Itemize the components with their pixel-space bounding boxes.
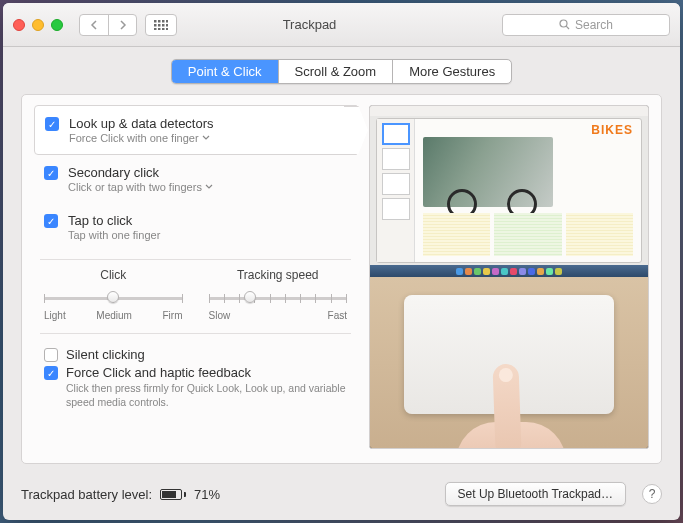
chevron-down-icon xyxy=(202,135,210,141)
setup-bluetooth-button[interactable]: Set Up Bluetooth Trackpad… xyxy=(445,482,626,506)
window-controls xyxy=(13,19,63,31)
option-title: Tap to click xyxy=(68,213,160,228)
tab-point-click[interactable]: Point & Click xyxy=(172,60,278,83)
battery-label: Trackpad battery level: xyxy=(21,487,152,502)
checkbox-force-click[interactable]: ✓ xyxy=(44,366,58,380)
close-button[interactable] xyxy=(13,19,25,31)
gesture-preview: BIKES xyxy=(369,105,649,449)
option-subtitle: Tap with one finger xyxy=(68,229,160,241)
minimize-button[interactable] xyxy=(32,19,44,31)
option-force-click[interactable]: ✓ Force Click and haptic feedback Click … xyxy=(44,365,347,409)
click-slider: Click Light Medium Firm xyxy=(44,268,183,321)
slider-label: Tracking speed xyxy=(209,268,348,282)
slider-label: Click xyxy=(44,268,183,282)
tracking-slider: Tracking speed Slow Fast xyxy=(209,268,348,321)
tracking-slider-knob[interactable] xyxy=(244,291,256,303)
option-title: Look up & data detectors xyxy=(69,116,214,131)
prefs-window: Trackpad Search Point & Click Scroll & Z… xyxy=(3,3,680,520)
segmented-tabs: Point & Click Scroll & Zoom More Gesture… xyxy=(171,59,512,84)
option-label: Silent clicking xyxy=(66,347,145,362)
preview-trackpad xyxy=(370,277,648,448)
checkbox-look-up[interactable]: ✓ xyxy=(45,117,59,131)
option-secondary-click[interactable]: ✓ Secondary click Click or tap with two … xyxy=(34,155,357,203)
divider xyxy=(40,259,351,260)
chevron-down-icon xyxy=(205,184,213,190)
option-tap-to-click[interactable]: ✓ Tap to click Tap with one finger xyxy=(34,203,357,251)
search-icon xyxy=(559,19,570,30)
tab-more-gestures[interactable]: More Gestures xyxy=(392,60,511,83)
tab-scroll-zoom[interactable]: Scroll & Zoom xyxy=(278,60,393,83)
search-placeholder: Search xyxy=(575,18,613,32)
tracking-slider-track[interactable] xyxy=(209,288,348,308)
option-title: Secondary click xyxy=(68,165,213,180)
search-input[interactable]: Search xyxy=(502,14,670,36)
option-note: Click then press firmly for Quick Look, … xyxy=(66,382,347,409)
divider xyxy=(40,333,351,334)
svg-line-13 xyxy=(566,26,569,29)
sliders-row: Click Light Medium Firm Tracking speed xyxy=(34,266,357,325)
svg-point-12 xyxy=(560,20,567,27)
battery-icon xyxy=(160,489,186,500)
tabs-row: Point & Click Scroll & Zoom More Gesture… xyxy=(3,47,680,94)
checkbox-secondary-click[interactable]: ✓ xyxy=(44,166,58,180)
option-label: Force Click and haptic feedback xyxy=(66,365,347,380)
footer: Trackpad battery level: 71% Set Up Bluet… xyxy=(3,474,680,520)
window-title: Trackpad xyxy=(125,17,494,32)
help-button[interactable]: ? xyxy=(642,484,662,504)
option-look-up[interactable]: ✓ Look up & data detectors Force Click w… xyxy=(34,105,357,155)
battery-percent: 71% xyxy=(194,487,220,502)
preview-screen: BIKES xyxy=(370,106,648,277)
titlebar: Trackpad Search xyxy=(3,3,680,47)
options-column: ✓ Look up & data detectors Force Click w… xyxy=(34,105,357,449)
bottom-options: Silent clicking ✓ Force Click and haptic… xyxy=(34,340,357,409)
preview-heading: BIKES xyxy=(591,123,633,137)
option-silent-clicking[interactable]: Silent clicking xyxy=(44,347,347,362)
finger-icon xyxy=(464,362,554,449)
back-button[interactable] xyxy=(80,15,108,35)
checkbox-silent-clicking[interactable] xyxy=(44,348,58,362)
option-subtitle[interactable]: Force Click with one finger xyxy=(69,132,214,144)
content-panel: ✓ Look up & data detectors Force Click w… xyxy=(21,94,662,464)
checkbox-tap-to-click[interactable]: ✓ xyxy=(44,214,58,228)
click-slider-track[interactable] xyxy=(44,288,183,308)
option-subtitle[interactable]: Click or tap with two fingers xyxy=(68,181,213,193)
zoom-button[interactable] xyxy=(51,19,63,31)
